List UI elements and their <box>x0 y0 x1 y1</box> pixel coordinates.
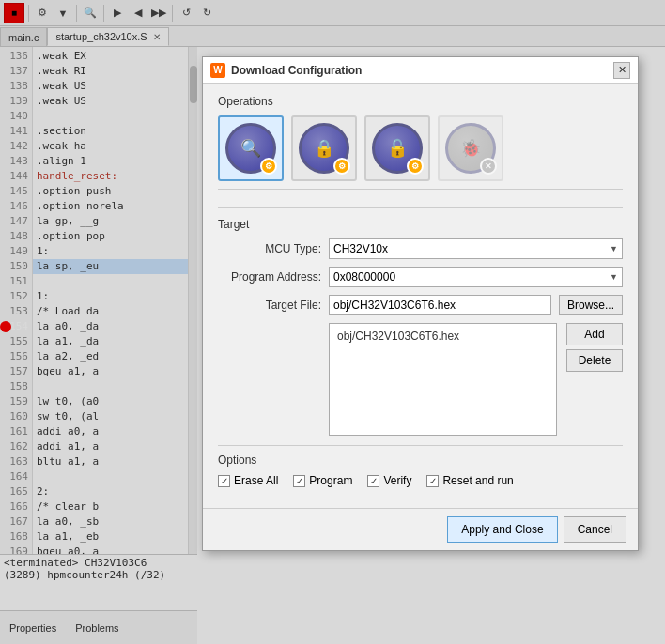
checkbox-reset_run[interactable]: ✓Reset and run <box>426 474 513 487</box>
mcu-type-select[interactable]: CH32V10x ▼ <box>329 238 623 259</box>
checkbox-box-erase_all: ✓ <box>218 475 230 487</box>
target-label: Target <box>218 218 623 231</box>
browse-button[interactable]: Browse... <box>559 295 623 315</box>
program-address-label: Program Address: <box>218 270 321 284</box>
program-address-row: Program Address: 0x08000000 ▼ <box>218 267 623 287</box>
op-badge-1: ⚙ <box>260 158 277 175</box>
dialog-title-text: Download Configuration <box>231 64 608 77</box>
checkbox-label-program: Program <box>309 474 352 487</box>
dialog-title-icon: W <box>210 63 225 78</box>
checkbox-erase_all[interactable]: ✓Erase All <box>218 474 278 487</box>
op-icon-inner-3: 🔓 <box>387 138 408 159</box>
op-icon-3: 🔓 ⚙ <box>372 123 423 174</box>
op-button-2[interactable]: 🔒 ⚙ <box>291 115 357 181</box>
options-label: Options <box>218 453 623 467</box>
op-icon-4: 🐞 ✕ <box>445 123 496 174</box>
options-section: Options ✓Erase All✓Program✓Verify✓Reset … <box>218 445 623 487</box>
ops-divider <box>218 201 623 208</box>
file-list-entry-0: obj/CH32V103C6T6.hex <box>333 328 552 345</box>
op-button-1[interactable]: 🔍 ⚙ <box>218 115 284 181</box>
mcu-type-arrow: ▼ <box>610 244 618 253</box>
checkbox-label-erase_all: Erase All <box>234 474 278 487</box>
checkbox-box-verify: ✓ <box>367 475 379 487</box>
dialog-close-button[interactable]: ✕ <box>613 62 630 79</box>
options-row: ✓Erase All✓Program✓Verify✓Reset and run <box>218 474 623 487</box>
target-file-input[interactable] <box>329 295 551 315</box>
op-badge-4: ✕ <box>480 158 497 175</box>
op-button-3[interactable]: 🔓 ⚙ <box>364 115 430 181</box>
checkbox-label-verify: Verify <box>383 474 411 487</box>
program-address-select[interactable]: 0x08000000 ▼ <box>329 267 623 287</box>
file-list-area: obj/CH32V103C6T6.hex <box>329 323 557 436</box>
checkbox-verify[interactable]: ✓Verify <box>367 474 411 487</box>
op-icon-inner-1: 🔍 <box>240 138 261 159</box>
mcu-type-label: MCU Type: <box>218 242 321 255</box>
download-config-dialog: W Download Configuration ✕ Operations 🔍 … <box>202 56 639 551</box>
checkbox-box-reset_run: ✓ <box>426 475 439 487</box>
dialog-footer: Apply and Close Cancel <box>203 508 638 550</box>
program-address-value: 0x08000000 <box>333 270 395 284</box>
add-button[interactable]: Add <box>566 323 623 345</box>
dialog-body: Operations 🔍 ⚙ 🔒 ⚙ 🔓 ⚙ <box>203 84 638 508</box>
target-file-label: Target File: <box>218 299 321 312</box>
file-area-wrapper: obj/CH32V103C6T6.hex Add Delete <box>218 323 623 436</box>
target-file-row: Target File: Browse... <box>218 295 623 315</box>
op-badge-2: ⚙ <box>333 158 350 175</box>
apply-close-button[interactable]: Apply and Close <box>447 516 557 543</box>
operations-label: Operations <box>218 95 623 108</box>
op-icon-inner-2: 🔒 <box>314 138 334 159</box>
operations-row: 🔍 ⚙ 🔒 ⚙ 🔓 ⚙ 🐞 <box>218 115 623 190</box>
mcu-type-row: MCU Type: CH32V10x ▼ <box>218 238 623 259</box>
mcu-type-value: CH32V10x <box>333 242 388 255</box>
dialog-titlebar: W Download Configuration ✕ <box>203 57 638 84</box>
op-icon-1: 🔍 ⚙ <box>225 123 276 174</box>
delete-button[interactable]: Delete <box>566 349 623 372</box>
checkbox-label-reset_run: Reset and run <box>442 474 513 487</box>
checkbox-box-program: ✓ <box>293 475 305 487</box>
program-address-arrow: ▼ <box>610 272 618 282</box>
cancel-button[interactable]: Cancel <box>564 516 626 543</box>
target-section: Target MCU Type: CH32V10x ▼ Program Addr… <box>218 218 623 436</box>
op-badge-3: ⚙ <box>407 158 424 175</box>
op-icon-inner-4: 🐞 <box>460 138 481 159</box>
op-icon-2: 🔒 ⚙ <box>299 123 349 174</box>
checkbox-program[interactable]: ✓Program <box>293 474 352 487</box>
op-button-4: 🐞 ✕ <box>438 115 503 181</box>
file-list-side: Add Delete <box>566 323 623 372</box>
